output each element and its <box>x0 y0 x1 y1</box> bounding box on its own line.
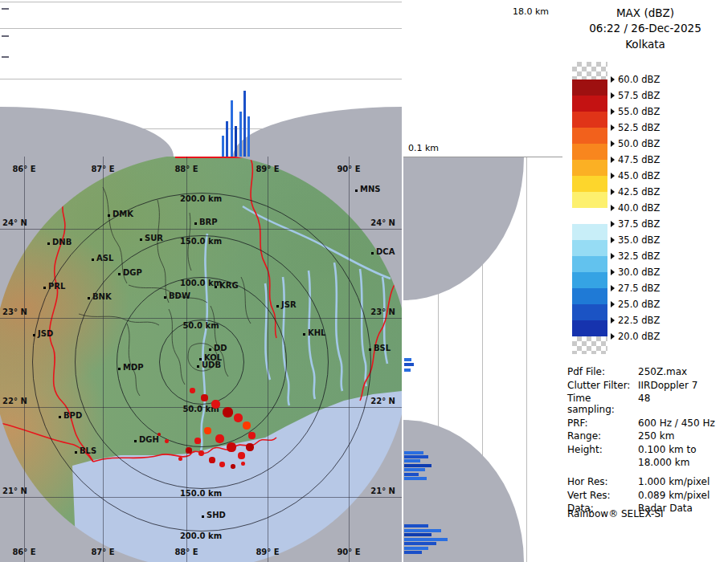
latitude-label: 21° N <box>2 487 27 495</box>
range-ring-label: 200.0 km <box>180 194 222 203</box>
echo-column <box>404 477 427 480</box>
scale-tick-icon <box>611 157 615 163</box>
info-row: Clutter Filter:IIRDoppler 7 <box>567 380 726 391</box>
city-name: KHL <box>308 328 326 337</box>
scale-label-text: 25.0 dBZ <box>618 299 660 310</box>
color-band <box>572 96 607 112</box>
city-name: BLS <box>80 446 96 455</box>
height-axis-corner: 18.0 km 0.1 km <box>402 0 562 157</box>
city-dot-icon <box>75 451 77 454</box>
color-band <box>572 304 607 320</box>
echo-cell <box>209 457 215 463</box>
city-dot-icon <box>33 334 35 336</box>
city-name: SUR <box>145 234 163 242</box>
color-band <box>572 240 607 256</box>
info-value: 48 <box>638 393 650 415</box>
city-dot-icon <box>118 273 121 275</box>
echo-column <box>404 451 423 454</box>
color-band <box>572 192 607 208</box>
echo-column <box>404 542 436 545</box>
scale-label-text: 32.5 dBZ <box>618 250 660 262</box>
scale-label: 32.5 dBZ <box>611 250 660 262</box>
side-cross-section-panel <box>403 157 562 562</box>
scale-label-text: 52.5 dBZ <box>618 122 660 133</box>
scale-label: 60.0 dBZ <box>611 74 660 85</box>
echo-cell <box>194 438 201 444</box>
color-scale-overflow-bottom <box>572 336 607 354</box>
info-label: Clutter Filter: <box>567 380 638 391</box>
echo-column <box>404 524 428 527</box>
scale-label-text: 30.0 dBZ <box>618 267 660 278</box>
city-dot-icon <box>209 348 211 351</box>
echo-column <box>404 551 422 554</box>
latitude-label: 23° N <box>370 307 395 316</box>
city-name: MNS <box>360 185 381 193</box>
height-axis-tick <box>2 35 9 37</box>
info-label: Pdf File: <box>567 366 638 377</box>
meridian-line <box>24 157 25 562</box>
color-scale-overflow-top <box>572 62 607 79</box>
city-name: PRL <box>48 282 65 291</box>
color-band <box>572 160 607 176</box>
scale-label-text: 45.0 dBZ <box>618 170 660 181</box>
scale-label-text: 27.5 dBZ <box>618 283 660 294</box>
info-label: Vert Res: <box>567 490 638 501</box>
longitude-label: 90° E <box>337 165 360 173</box>
echo-cell <box>211 400 220 409</box>
city-name: KRG <box>219 281 239 290</box>
echo-column <box>404 547 428 550</box>
info-value: 250Z.max <box>638 366 687 377</box>
echo-column <box>243 91 246 157</box>
info-label: Hor Res: <box>567 476 638 487</box>
scale-tick-icon <box>611 269 615 275</box>
city-dot-icon <box>92 259 94 261</box>
scale-tick-icon <box>611 237 615 243</box>
scale-label-text: 47.5 dBZ <box>618 154 660 165</box>
info-value: 0.089 km/pixel <box>638 490 710 501</box>
info-row: Range:250 km <box>567 430 726 442</box>
scale-tick-icon <box>611 317 615 324</box>
height-axis-tick <box>2 8 9 10</box>
color-band <box>572 176 607 192</box>
echo-cell <box>246 443 254 451</box>
echo-cell <box>231 464 235 469</box>
echo-column <box>404 363 414 366</box>
scale-label: 50.0 dBZ <box>611 138 660 149</box>
scale-label-text: 55.0 dBZ <box>618 106 660 117</box>
out-of-range-shade <box>0 107 174 157</box>
city-name: JSD <box>38 329 53 338</box>
city-dot-icon <box>88 297 90 299</box>
info-label: Range: <box>567 430 638 442</box>
top-cross-section-panel <box>0 0 403 157</box>
city-dot-icon <box>202 515 204 518</box>
longitude-label: 88° E <box>174 165 198 173</box>
city-name: DGP <box>123 268 142 277</box>
longitude-label: 86° E <box>12 548 35 556</box>
brand-label: Rainbow® SELEX-SI <box>567 508 664 519</box>
info-label: Height: <box>567 444 638 455</box>
color-band <box>572 272 607 288</box>
info-row: Hor Res:1.000 km/pixel <box>567 476 726 487</box>
longitude-label: 87° E <box>91 548 114 556</box>
height-gridline <box>0 2 402 2</box>
info-row: 18.000 km <box>567 457 726 468</box>
color-scale <box>572 79 607 336</box>
city-name: UDB <box>202 360 221 369</box>
echo-cell <box>157 433 161 436</box>
height-axis-min-label: 0.1 km <box>408 143 439 153</box>
scale-tick-icon <box>611 92 615 99</box>
echo-cell <box>227 442 236 452</box>
scale-label: 30.0 dBZ <box>611 267 660 278</box>
echo-column <box>404 538 448 541</box>
out-of-range-shade <box>233 107 402 157</box>
out-of-range-shade <box>403 157 524 300</box>
latitude-label: 21° N <box>370 487 395 495</box>
longitude-label: 86° E <box>12 165 35 173</box>
color-band <box>572 256 607 272</box>
height-gridline <box>0 79 402 79</box>
info-row: PRF:600 Hz / 450 Hz <box>567 417 726 429</box>
echo-column <box>231 100 233 157</box>
city-name: BRP <box>199 218 218 226</box>
scale-label: 45.0 dBZ <box>611 170 660 181</box>
info-row: Pdf File:250Z.max <box>567 366 726 377</box>
